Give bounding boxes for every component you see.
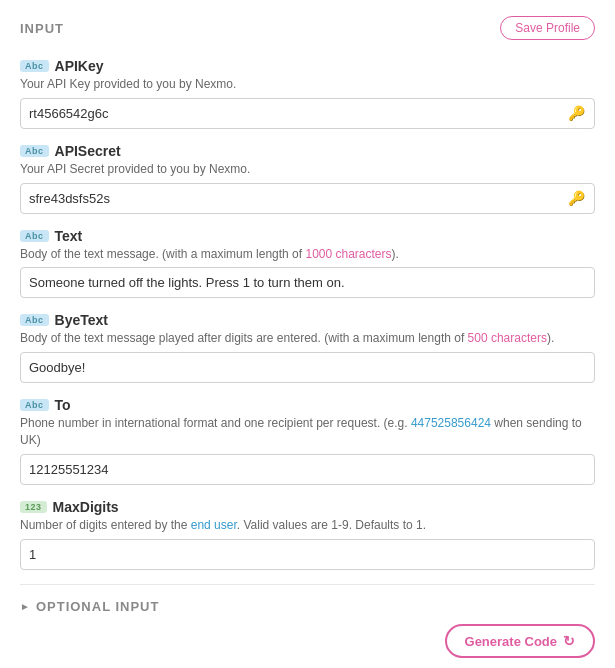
to-input[interactable] — [20, 454, 595, 485]
to-field: Abc To Phone number in international for… — [20, 397, 595, 485]
bye-text-highlight: 500 characters — [468, 331, 547, 345]
bye-text-input[interactable] — [20, 352, 595, 383]
generate-code-label: Generate Code — [465, 634, 557, 649]
max-digits-label-row: 123 MaxDigits — [20, 499, 595, 515]
to-badge: Abc — [20, 399, 49, 411]
bye-text-label: ByeText — [55, 312, 108, 328]
api-secret-input-wrapper: 🔑 — [20, 183, 595, 214]
text-field: Abc Text Body of the text message. (with… — [20, 228, 595, 299]
max-digits-label: MaxDigits — [53, 499, 119, 515]
api-secret-input[interactable] — [20, 183, 595, 214]
text-input[interactable] — [20, 267, 595, 298]
max-digits-desc: Number of digits entered by the end user… — [20, 517, 595, 534]
text-highlight: 1000 characters — [305, 247, 391, 261]
api-key-input[interactable] — [20, 98, 595, 129]
save-profile-button[interactable]: Save Profile — [500, 16, 595, 40]
to-desc: Phone number in international format and… — [20, 415, 595, 449]
to-input-wrapper — [20, 454, 595, 485]
bye-text-field: Abc ByeText Body of the text message pla… — [20, 312, 595, 383]
api-key-label-row: Abc APIKey — [20, 58, 595, 74]
max-digits-badge: 123 — [20, 501, 47, 513]
generate-code-button[interactable]: Generate Code ↻ — [445, 624, 595, 658]
api-secret-label: APISecret — [55, 143, 121, 159]
bye-text-input-wrapper — [20, 352, 595, 383]
header: INPUT Save Profile — [20, 16, 595, 40]
api-key-field: Abc APIKey Your API Key provided to you … — [20, 58, 595, 129]
max-digits-field: 123 MaxDigits Number of digits entered b… — [20, 499, 595, 570]
text-label: Text — [55, 228, 83, 244]
text-desc: Body of the text message. (with a maximu… — [20, 246, 595, 263]
max-digits-end-user-highlight: end user — [191, 518, 237, 532]
footer: Generate Code ↻ — [0, 610, 615, 668]
to-label-row: Abc To — [20, 397, 595, 413]
api-secret-label-row: Abc APISecret — [20, 143, 595, 159]
bye-text-label-row: Abc ByeText — [20, 312, 595, 328]
bye-text-badge: Abc — [20, 314, 49, 326]
api-key-label: APIKey — [55, 58, 104, 74]
api-key-badge: Abc — [20, 60, 49, 72]
page: INPUT Save Profile Abc APIKey Your API K… — [0, 0, 615, 668]
api-secret-field: Abc APISecret Your API Secret provided t… — [20, 143, 595, 214]
bye-text-desc: Body of the text message played after di… — [20, 330, 595, 347]
api-key-desc: Your API Key provided to you by Nexmo. — [20, 76, 595, 93]
max-digits-input[interactable] — [20, 539, 595, 570]
to-example-highlight: 447525856424 — [411, 416, 491, 430]
text-input-wrapper — [20, 267, 595, 298]
api-key-input-wrapper: 🔑 — [20, 98, 595, 129]
max-digits-input-wrapper — [20, 539, 595, 570]
text-badge: Abc — [20, 230, 49, 242]
api-secret-desc: Your API Secret provided to you by Nexmo… — [20, 161, 595, 178]
section-title: INPUT — [20, 21, 64, 36]
text-label-row: Abc Text — [20, 228, 595, 244]
refresh-icon: ↻ — [563, 633, 575, 649]
api-secret-badge: Abc — [20, 145, 49, 157]
to-label: To — [55, 397, 71, 413]
